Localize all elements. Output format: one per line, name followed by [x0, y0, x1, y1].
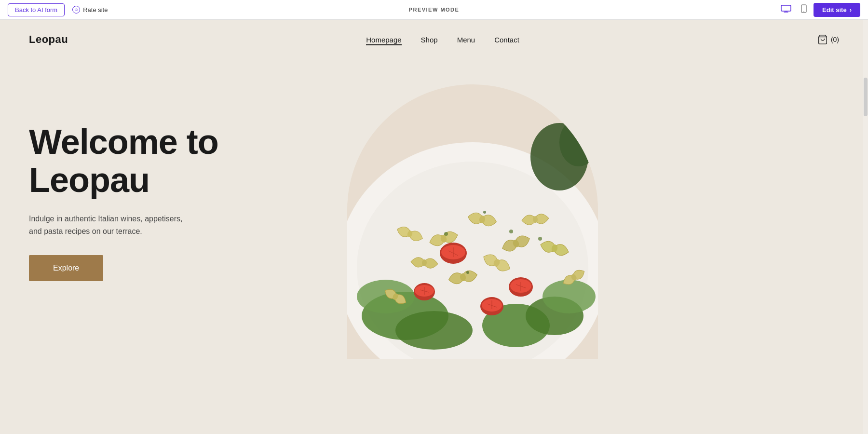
nav-shop[interactable]: Shop [421, 36, 438, 44]
nav-homepage[interactable]: Homepage [366, 36, 401, 44]
nav-contact[interactable]: Contact [494, 36, 519, 44]
svg-point-43 [466, 271, 469, 274]
svg-point-2 [803, 11, 804, 12]
site-nav: Leopau Homepage Shop Menu Contact (0) [0, 20, 868, 55]
site-logo: Leopau [29, 33, 68, 46]
topbar-left: Back to AI form ☺ Rate site [8, 3, 108, 16]
svg-point-42 [509, 230, 513, 233]
preview-area: Leopau Homepage Shop Menu Contact (0) We… [0, 20, 868, 434]
scrollbar-thumb[interactable] [864, 78, 868, 116]
edit-site-button[interactable]: Edit site › [814, 3, 860, 17]
hero-title-line1: Welcome to [29, 122, 218, 161]
nav-menu[interactable]: Menu [457, 36, 475, 44]
svg-point-41 [483, 211, 486, 214]
cart-icon [817, 34, 828, 45]
mobile-view-button[interactable] [798, 2, 810, 17]
svg-rect-0 [781, 5, 791, 11]
mobile-icon [801, 4, 807, 13]
explore-button[interactable]: Explore [29, 255, 103, 281]
hero-title-line2: Leopau [29, 161, 149, 199]
hero-title: Welcome to Leopau [29, 123, 318, 199]
edit-site-label: Edit site [822, 6, 847, 14]
svg-point-14 [559, 118, 598, 166]
back-to-form-button[interactable]: Back to AI form [8, 3, 65, 16]
rate-site-label: Rate site [83, 6, 108, 14]
svg-point-44 [538, 237, 542, 241]
topbar: Back to AI form ☺ Rate site PREVIEW MODE… [0, 0, 868, 20]
scrollbar[interactable] [863, 20, 868, 434]
cart-button[interactable]: (0) [817, 34, 839, 45]
svg-point-11 [357, 280, 415, 313]
hero-section: Welcome to Leopau Indulge in authentic I… [0, 55, 868, 359]
svg-point-12 [542, 280, 596, 313]
hero-image [347, 84, 598, 359]
hero-text: Welcome to Leopau Indulge in authentic I… [29, 84, 318, 281]
rate-site-button[interactable]: ☺ Rate site [72, 6, 108, 14]
hero-subtitle: Indulge in authentic Italian wines, appe… [29, 213, 193, 237]
topbar-right: Edit site › [778, 2, 860, 17]
pasta-illustration [347, 84, 598, 359]
desktop-view-button[interactable] [778, 3, 794, 17]
rate-icon: ☺ [72, 6, 80, 14]
svg-point-40 [444, 232, 448, 236]
nav-links: Homepage Shop Menu Contact [366, 36, 519, 44]
svg-point-8 [395, 311, 473, 350]
edit-site-arrow: › [850, 6, 852, 14]
cart-count: (0) [831, 36, 839, 43]
preview-mode-label: PREVIEW MODE [409, 7, 460, 13]
desktop-icon [781, 5, 791, 13]
